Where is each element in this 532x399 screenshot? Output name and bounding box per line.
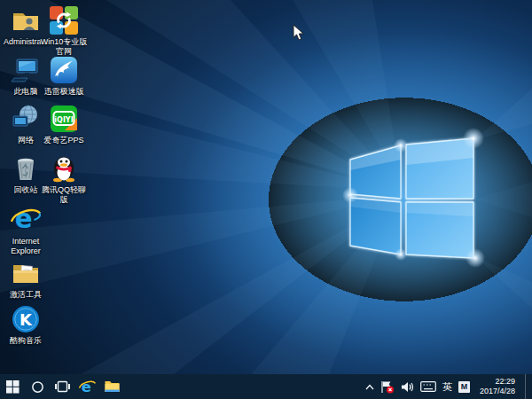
icon-label: 腾讯QQ轻聊 版 [37,185,90,205]
cortana-search-button[interactable] [25,374,50,399]
desktop-icon-kugou[interactable]: K 酷狗音乐 [3,304,49,346]
win10-pro-icon [49,5,79,35]
network-globe-icon [11,104,41,134]
qq-penguin-icon [49,153,79,184]
windows-start-icon [6,380,20,394]
start-button[interactable] [0,374,25,399]
touch-keyboard-button[interactable] [420,374,436,399]
folder-icon [11,258,41,288]
thunder-bird-icon [49,55,79,85]
task-view-button[interactable] [50,374,74,399]
windows-desktop: Administra... Win10专业版 官网 [0,0,532,399]
ime-language-indicator[interactable]: 英 [442,374,452,399]
flag-alert-icon [380,380,395,394]
ie-letter: e [15,204,33,234]
internet-explorer-icon: e [79,379,96,395]
ime-mode-badge: M [458,381,470,393]
volume-button[interactable] [401,374,414,399]
iqiyi-icon: iQIYI [49,104,79,134]
desktop-icon-win10-pro[interactable]: Win10专业版 官网 [41,5,87,57]
recycle-bin-icon [11,153,41,184]
kugou-music-icon: K [11,304,41,334]
taskbar-internet-explorer[interactable]: e [74,374,99,399]
ime-mode-button[interactable]: M [458,374,470,399]
kugou-letter: K [20,310,33,329]
clock-date: 2017/4/28 [480,387,515,396]
desktop-icon-thunder[interactable]: 迅雷极速版 [41,55,87,97]
security-flag-notification[interactable] [380,374,395,399]
icon-label: Win10专业版 官网 [37,37,90,57]
iqiyi-logo-text: iQIYI [54,116,73,124]
user-folder-icon [11,5,41,35]
internet-explorer-icon: e [11,205,41,235]
icon-label: 酷狗音乐 [0,336,52,346]
chevron-up-icon [365,384,374,390]
icon-label: 爱奇艺PPS [37,136,90,145]
this-pc-icon [11,55,41,85]
speaker-icon [401,381,414,393]
icon-label: 迅雷极速版 [37,87,90,97]
system-tray: 英 M 22:29 2017/4/28 [365,374,532,399]
file-explorer-icon [105,380,120,393]
cortana-circle-icon [31,380,44,394]
touch-keyboard-icon [420,381,436,392]
taskbar: e [0,374,532,399]
taskbar-file-explorer[interactable] [99,374,124,399]
task-view-icon [55,380,70,393]
taskbar-clock[interactable]: 22:29 2017/4/28 [476,377,519,396]
icon-label: Internet Explorer [0,237,52,256]
icon-label: 激活工具 [0,290,52,300]
show-desktop-button[interactable] [525,374,528,399]
desktop-icon-iqiyi[interactable]: iQIYI 爱奇艺PPS [41,104,87,145]
desktop-icon-qq[interactable]: 腾讯QQ轻聊 版 [41,153,87,205]
desktop-icon-internet-explorer[interactable]: e Internet Explorer [3,205,49,256]
desktop-icon-activation-tools[interactable]: 激活工具 [3,258,49,300]
clock-time: 22:29 [495,377,515,387]
show-hidden-icons-button[interactable] [365,374,374,399]
